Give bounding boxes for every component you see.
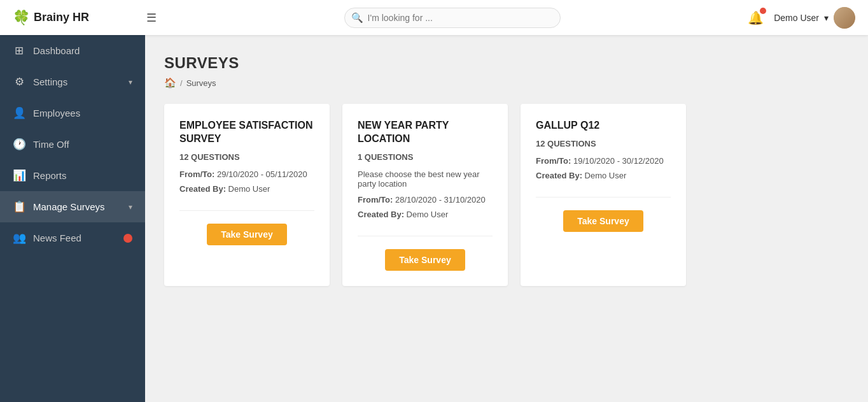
survey-description-1: Please choose the best new year party lo… [358,169,493,189]
sidebar: ⊞ Dashboard ⚙ Settings ▾ 👤 Employees 🕐 T… [0,35,145,402]
sidebar-label-dashboard: Dashboard [33,45,132,56]
sidebar-label-manage-surveys: Manage Surveys [33,201,121,212]
search-icon: 🔍 [351,12,363,24]
user-name-label: Demo User [774,13,819,23]
sidebar-item-news-feed[interactable]: 👥 News Feed [0,222,145,254]
brand: 🍀 Brainy HR [13,10,140,26]
search-input[interactable] [344,8,561,28]
card-divider-2 [536,197,671,197]
sidebar-item-settings[interactable]: ⚙ Settings ▾ [0,66,145,97]
sidebar-item-manage-surveys[interactable]: 📋 Manage Surveys ▾ [0,191,145,222]
survey-card-2: GALLUP Q12 12 QUESTIONS From/To: 19/10/2… [521,104,686,286]
card-divider-0 [179,210,314,211]
sidebar-item-timeoff[interactable]: 🕐 Time Off [0,129,145,160]
navbar: 🍀 Brainy HR ☰ 🔍 🔔 Demo User ▾ [0,0,868,35]
survey-questions-1: 1 QUESTIONS [358,152,493,162]
survey-questions-0: 12 QUESTIONS [179,152,314,162]
sidebar-label-reports: Reports [33,170,132,181]
breadcrumb-current: Surveys [186,78,216,88]
take-survey-button-0[interactable]: Take Survey [207,224,286,245]
news-feed-badge [123,234,132,243]
navbar-right: 🔔 Demo User ▾ [748,7,855,29]
sidebar-item-reports[interactable]: 📊 Reports [0,160,145,191]
survey-date-1: From/To: 28/10/2020 - 31/10/2020 [358,195,493,205]
reports-icon: 📊 [13,169,25,182]
brand-logo-icon: 🍀 [13,10,30,26]
avatar [834,7,855,29]
survey-date-0: From/To: 29/10/2020 - 05/11/2020 [179,169,314,179]
user-menu[interactable]: Demo User ▾ [774,7,855,29]
search-area: 🔍 [157,8,748,28]
hamburger-button[interactable]: ☰ [146,11,157,25]
surveys-grid: EMPLOYEE SATISFACTION SURVEY 12 QUESTION… [164,104,849,286]
card-divider-1 [358,236,493,236]
survey-card-0: EMPLOYEE SATISFACTION SURVEY 12 QUESTION… [164,104,330,286]
chevron-manage-surveys: ▾ [129,203,132,212]
survey-creator-2: Created By: Demo User [536,171,671,180]
survey-card-1: NEW YEAR PARTY LOCATION 1 QUESTIONS Plea… [342,104,508,286]
survey-title-2: GALLUP Q12 [536,119,671,133]
employees-icon: 👤 [13,106,25,120]
survey-title-1: NEW YEAR PARTY LOCATION [358,119,493,146]
survey-creator-1: Created By: Demo User [358,210,493,219]
breadcrumb: 🏠 / Surveys [164,77,849,89]
breadcrumb-separator: / [180,78,183,88]
sidebar-label-news-feed: News Feed [33,233,116,243]
news-feed-icon: 👥 [13,231,25,245]
brand-name: Brainy HR [34,11,89,24]
sidebar-label-employees: Employees [33,108,132,118]
notification-bell[interactable]: 🔔 [748,10,764,25]
sidebar-item-dashboard[interactable]: ⊞ Dashboard [0,35,145,66]
home-icon[interactable]: 🏠 [164,77,176,89]
timeoff-icon: 🕐 [13,138,25,151]
survey-title-0: EMPLOYEE SATISFACTION SURVEY [179,119,314,146]
manage-surveys-icon: 📋 [13,200,25,213]
sidebar-item-employees[interactable]: 👤 Employees [0,97,145,129]
survey-questions-2: 12 QUESTIONS [536,139,671,148]
notification-badge [760,8,766,14]
take-survey-button-1[interactable]: Take Survey [385,249,465,271]
chevron-down-icon: ▾ [824,13,829,23]
main-content: SURVEYS 🏠 / Surveys EMPLOYEE SATISFACTIO… [145,35,868,402]
page-title: SURVEYS [164,54,849,72]
dashboard-icon: ⊞ [13,44,25,57]
survey-date-2: From/To: 19/10/2020 - 30/12/2020 [536,156,671,166]
sidebar-label-settings: Settings [33,76,121,87]
settings-icon: ⚙ [13,75,25,89]
survey-creator-0: Created By: Demo User [179,184,314,194]
take-survey-button-2[interactable]: Take Survey [563,210,643,232]
chevron-settings: ▾ [129,78,132,87]
sidebar-label-timeoff: Time Off [33,139,132,150]
